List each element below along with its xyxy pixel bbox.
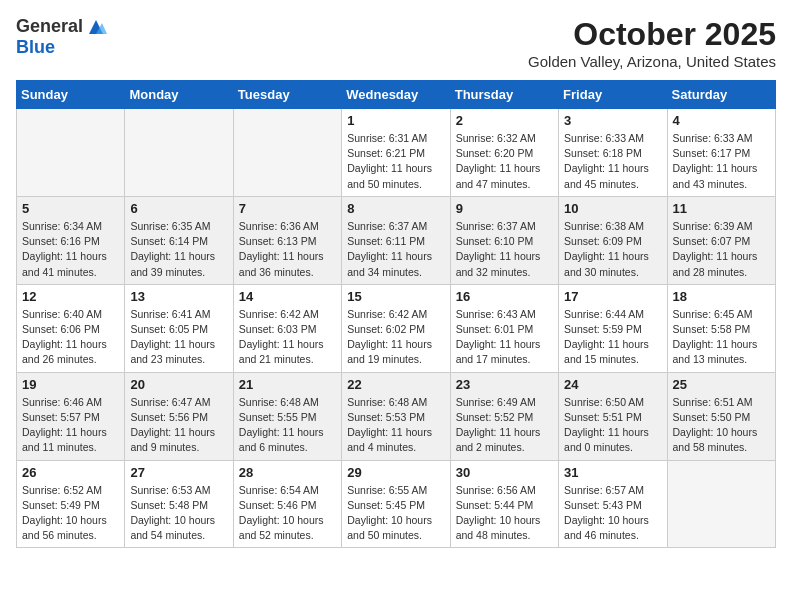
calendar-day: 2Sunrise: 6:32 AM Sunset: 6:20 PM Daylig… [450,109,558,197]
day-number: 3 [564,113,661,128]
day-number: 30 [456,465,553,480]
calendar-day: 4Sunrise: 6:33 AM Sunset: 6:17 PM Daylig… [667,109,775,197]
month-title: October 2025 [528,16,776,53]
day-info: Sunrise: 6:48 AM Sunset: 5:55 PM Dayligh… [239,395,336,456]
day-info: Sunrise: 6:36 AM Sunset: 6:13 PM Dayligh… [239,219,336,280]
day-number: 10 [564,201,661,216]
calendar-week-2: 5Sunrise: 6:34 AM Sunset: 6:16 PM Daylig… [17,196,776,284]
day-info: Sunrise: 6:35 AM Sunset: 6:14 PM Dayligh… [130,219,227,280]
calendar-day: 25Sunrise: 6:51 AM Sunset: 5:50 PM Dayli… [667,372,775,460]
day-number: 15 [347,289,444,304]
calendar-day: 14Sunrise: 6:42 AM Sunset: 6:03 PM Dayli… [233,284,341,372]
day-info: Sunrise: 6:49 AM Sunset: 5:52 PM Dayligh… [456,395,553,456]
day-info: Sunrise: 6:57 AM Sunset: 5:43 PM Dayligh… [564,483,661,544]
day-info: Sunrise: 6:39 AM Sunset: 6:07 PM Dayligh… [673,219,770,280]
calendar-day: 11Sunrise: 6:39 AM Sunset: 6:07 PM Dayli… [667,196,775,284]
calendar-day: 10Sunrise: 6:38 AM Sunset: 6:09 PM Dayli… [559,196,667,284]
day-info: Sunrise: 6:50 AM Sunset: 5:51 PM Dayligh… [564,395,661,456]
weekday-header-thursday: Thursday [450,81,558,109]
day-number: 22 [347,377,444,392]
day-number: 27 [130,465,227,480]
calendar-day: 31Sunrise: 6:57 AM Sunset: 5:43 PM Dayli… [559,460,667,548]
calendar-day: 6Sunrise: 6:35 AM Sunset: 6:14 PM Daylig… [125,196,233,284]
calendar-week-5: 26Sunrise: 6:52 AM Sunset: 5:49 PM Dayli… [17,460,776,548]
day-info: Sunrise: 6:55 AM Sunset: 5:45 PM Dayligh… [347,483,444,544]
calendar-day: 18Sunrise: 6:45 AM Sunset: 5:58 PM Dayli… [667,284,775,372]
day-info: Sunrise: 6:42 AM Sunset: 6:03 PM Dayligh… [239,307,336,368]
calendar-day: 3Sunrise: 6:33 AM Sunset: 6:18 PM Daylig… [559,109,667,197]
day-number: 14 [239,289,336,304]
day-number: 1 [347,113,444,128]
calendar-day: 1Sunrise: 6:31 AM Sunset: 6:21 PM Daylig… [342,109,450,197]
day-number: 6 [130,201,227,216]
calendar-day: 7Sunrise: 6:36 AM Sunset: 6:13 PM Daylig… [233,196,341,284]
page-header: General Blue October 2025 Golden Valley,… [16,16,776,70]
day-info: Sunrise: 6:56 AM Sunset: 5:44 PM Dayligh… [456,483,553,544]
day-number: 4 [673,113,770,128]
day-info: Sunrise: 6:47 AM Sunset: 5:56 PM Dayligh… [130,395,227,456]
calendar-day: 26Sunrise: 6:52 AM Sunset: 5:49 PM Dayli… [17,460,125,548]
calendar-day: 24Sunrise: 6:50 AM Sunset: 5:51 PM Dayli… [559,372,667,460]
calendar-day: 20Sunrise: 6:47 AM Sunset: 5:56 PM Dayli… [125,372,233,460]
day-info: Sunrise: 6:44 AM Sunset: 5:59 PM Dayligh… [564,307,661,368]
day-number: 20 [130,377,227,392]
day-info: Sunrise: 6:46 AM Sunset: 5:57 PM Dayligh… [22,395,119,456]
day-info: Sunrise: 6:53 AM Sunset: 5:48 PM Dayligh… [130,483,227,544]
calendar-week-1: 1Sunrise: 6:31 AM Sunset: 6:21 PM Daylig… [17,109,776,197]
day-info: Sunrise: 6:38 AM Sunset: 6:09 PM Dayligh… [564,219,661,280]
calendar-day: 23Sunrise: 6:49 AM Sunset: 5:52 PM Dayli… [450,372,558,460]
day-number: 17 [564,289,661,304]
day-info: Sunrise: 6:52 AM Sunset: 5:49 PM Dayligh… [22,483,119,544]
location-title: Golden Valley, Arizona, United States [528,53,776,70]
day-number: 2 [456,113,553,128]
calendar-day: 21Sunrise: 6:48 AM Sunset: 5:55 PM Dayli… [233,372,341,460]
day-number: 8 [347,201,444,216]
day-info: Sunrise: 6:31 AM Sunset: 6:21 PM Dayligh… [347,131,444,192]
calendar-day: 30Sunrise: 6:56 AM Sunset: 5:44 PM Dayli… [450,460,558,548]
day-info: Sunrise: 6:37 AM Sunset: 6:11 PM Dayligh… [347,219,444,280]
day-number: 13 [130,289,227,304]
day-number: 28 [239,465,336,480]
calendar-day: 9Sunrise: 6:37 AM Sunset: 6:10 PM Daylig… [450,196,558,284]
day-number: 5 [22,201,119,216]
day-info: Sunrise: 6:33 AM Sunset: 6:17 PM Dayligh… [673,131,770,192]
weekday-header-friday: Friday [559,81,667,109]
calendar-week-3: 12Sunrise: 6:40 AM Sunset: 6:06 PM Dayli… [17,284,776,372]
day-number: 26 [22,465,119,480]
calendar-day [667,460,775,548]
calendar-day: 27Sunrise: 6:53 AM Sunset: 5:48 PM Dayli… [125,460,233,548]
title-block: October 2025 Golden Valley, Arizona, Uni… [528,16,776,70]
calendar-day: 16Sunrise: 6:43 AM Sunset: 6:01 PM Dayli… [450,284,558,372]
day-number: 23 [456,377,553,392]
calendar-day: 22Sunrise: 6:48 AM Sunset: 5:53 PM Dayli… [342,372,450,460]
day-number: 24 [564,377,661,392]
day-info: Sunrise: 6:37 AM Sunset: 6:10 PM Dayligh… [456,219,553,280]
calendar-day: 17Sunrise: 6:44 AM Sunset: 5:59 PM Dayli… [559,284,667,372]
logo-general: General [16,17,83,37]
day-number: 21 [239,377,336,392]
weekday-header-tuesday: Tuesday [233,81,341,109]
day-number: 12 [22,289,119,304]
day-info: Sunrise: 6:32 AM Sunset: 6:20 PM Dayligh… [456,131,553,192]
day-number: 19 [22,377,119,392]
day-number: 16 [456,289,553,304]
day-number: 9 [456,201,553,216]
calendar-week-4: 19Sunrise: 6:46 AM Sunset: 5:57 PM Dayli… [17,372,776,460]
day-info: Sunrise: 6:48 AM Sunset: 5:53 PM Dayligh… [347,395,444,456]
calendar-day [125,109,233,197]
day-number: 25 [673,377,770,392]
weekday-header-row: SundayMondayTuesdayWednesdayThursdayFrid… [17,81,776,109]
calendar-day: 19Sunrise: 6:46 AM Sunset: 5:57 PM Dayli… [17,372,125,460]
calendar-day [233,109,341,197]
day-info: Sunrise: 6:40 AM Sunset: 6:06 PM Dayligh… [22,307,119,368]
day-info: Sunrise: 6:43 AM Sunset: 6:01 PM Dayligh… [456,307,553,368]
logo-blue: Blue [16,38,55,58]
calendar-day: 12Sunrise: 6:40 AM Sunset: 6:06 PM Dayli… [17,284,125,372]
day-info: Sunrise: 6:45 AM Sunset: 5:58 PM Dayligh… [673,307,770,368]
logo: General Blue [16,16,107,58]
calendar-table: SundayMondayTuesdayWednesdayThursdayFrid… [16,80,776,548]
day-number: 11 [673,201,770,216]
weekday-header-wednesday: Wednesday [342,81,450,109]
calendar-day: 28Sunrise: 6:54 AM Sunset: 5:46 PM Dayli… [233,460,341,548]
day-number: 31 [564,465,661,480]
